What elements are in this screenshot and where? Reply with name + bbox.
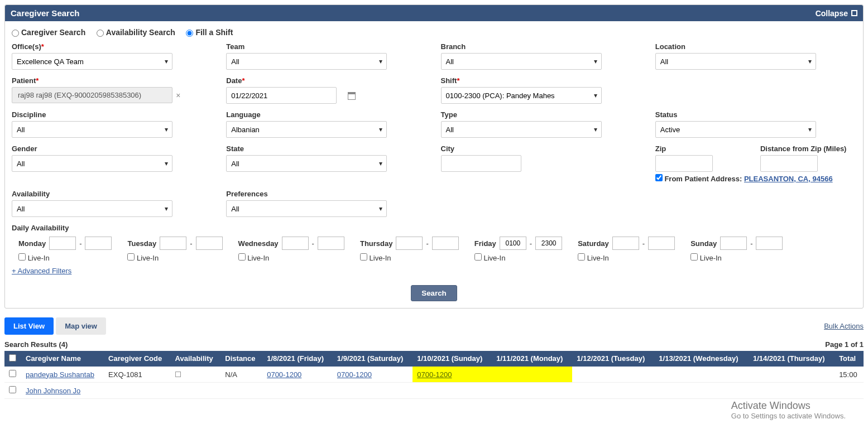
fri-from[interactable]: [500, 237, 526, 250]
patient-address-link[interactable]: PLEASANTON, CA, 94566: [744, 175, 833, 183]
day-friday: Friday - Live-In: [474, 237, 562, 262]
mon-from[interactable]: [49, 237, 76, 250]
thu-livein[interactable]: [360, 253, 367, 261]
wed-from[interactable]: [282, 237, 309, 250]
shift-select[interactable]: 0100-2300 (PCA): Pandey Mahes: [441, 87, 602, 104]
patient-label: Patient*: [12, 76, 213, 85]
select-all-checkbox[interactable]: [9, 354, 16, 361]
results-count: Search Results (4): [4, 340, 68, 349]
zip-input[interactable]: [655, 155, 713, 172]
caregiver-name-link[interactable]: John Johnson Jo: [26, 387, 80, 395]
thu-from[interactable]: [396, 237, 423, 250]
sun-to[interactable]: [756, 237, 783, 250]
results-header: Search Results (4) Page 1 of 1: [4, 340, 864, 349]
sat-livein[interactable]: [578, 253, 585, 261]
mon-to[interactable]: [85, 237, 112, 250]
thu-to[interactable]: [432, 237, 459, 250]
col-d2[interactable]: 1/9/2021 (Saturday): [333, 351, 413, 367]
col-d5[interactable]: 1/12/2021 (Tuesday): [572, 351, 654, 367]
map-view-button[interactable]: Map view: [56, 317, 106, 335]
mode-caregiver[interactable]: Caregiver Search: [12, 28, 85, 37]
branch-select[interactable]: All: [441, 53, 602, 70]
tue-from[interactable]: [160, 237, 186, 250]
offices-label: Office(s)*: [12, 42, 213, 51]
type-select[interactable]: All: [441, 121, 602, 138]
col-d3[interactable]: 1/10/2021 (Sunday): [413, 351, 492, 367]
sat-from[interactable]: [612, 237, 639, 250]
status-label: Status: [655, 110, 856, 119]
preferences-select[interactable]: All: [226, 200, 387, 217]
shift-link-highlight[interactable]: 0700-1200: [417, 370, 452, 379]
list-view-button[interactable]: List View: [4, 317, 54, 335]
patient-remove-icon[interactable]: ×: [176, 91, 180, 100]
patient-chip: raj98 raj98 (EXQ-9000205985385306): [12, 87, 172, 103]
col-total[interactable]: Total: [835, 351, 864, 367]
shift-link[interactable]: 0700-1200: [267, 370, 301, 379]
bulk-actions-link[interactable]: Bulk Actions: [824, 322, 864, 330]
col-d7[interactable]: 1/14/2021 (Thursday): [749, 351, 835, 367]
tue-livein[interactable]: [127, 253, 135, 261]
discipline-label: Discipline: [12, 110, 213, 119]
caregiver-name-link[interactable]: pandeyab Sushantab: [26, 370, 94, 379]
panel-title: Caregiver Search: [11, 8, 79, 18]
col-name[interactable]: Caregiver Name: [21, 351, 104, 367]
wed-to[interactable]: [318, 237, 344, 250]
panel-header: Caregiver Search Collapse: [5, 5, 863, 21]
cell-empty: [654, 367, 749, 383]
from-patient-checkbox[interactable]: [655, 174, 663, 181]
language-select[interactable]: Albanian: [226, 121, 387, 138]
fri-livein[interactable]: [474, 253, 482, 261]
zip-label: Zip: [655, 144, 751, 153]
availability-select[interactable]: All: [12, 200, 172, 217]
date-input[interactable]: [226, 87, 337, 104]
row-checkbox[interactable]: [9, 370, 16, 377]
shift-link[interactable]: 0700-1200: [337, 370, 372, 379]
location-select[interactable]: All: [655, 53, 816, 70]
sun-livein[interactable]: [690, 253, 698, 261]
shift-label: Shift*: [441, 76, 642, 85]
col-d4[interactable]: 1/11/2021 (Monday): [492, 351, 572, 367]
gender-select[interactable]: All: [12, 155, 172, 172]
calendar-icon[interactable]: [348, 92, 356, 100]
tue-to[interactable]: [196, 237, 223, 250]
type-label: Type: [441, 110, 642, 119]
col-d6[interactable]: 1/13/2021 (Wednesday): [654, 351, 749, 367]
discipline-select[interactable]: All: [12, 121, 172, 138]
day-thursday: Thursday - Live-In: [360, 237, 459, 262]
search-button[interactable]: Search: [411, 285, 457, 301]
distance-input[interactable]: [760, 155, 818, 172]
col-avail[interactable]: Availability: [171, 351, 221, 367]
mode-fill[interactable]: Fill a Shift: [186, 28, 233, 37]
advanced-filters-link[interactable]: + Advanced Filters: [12, 267, 71, 275]
status-select[interactable]: Active: [655, 121, 816, 138]
day-sunday: Sunday - Live-In: [690, 237, 783, 262]
sat-to[interactable]: [648, 237, 675, 250]
fri-to[interactable]: [535, 237, 562, 250]
gender-label: Gender: [12, 144, 213, 153]
city-input[interactable]: [441, 155, 521, 172]
distzip-label: Distance from Zip (Miles): [760, 144, 856, 153]
col-d1[interactable]: 1/8/2021 (Friday): [262, 351, 333, 367]
collapse-icon: [851, 10, 857, 16]
search-panel: Caregiver Search Collapse Caregiver Sear…: [4, 4, 864, 309]
mode-availability-radio[interactable]: [97, 30, 104, 37]
col-code[interactable]: Caregiver Code: [104, 351, 171, 367]
results-table: Caregiver Name Caregiver Code Availabili…: [4, 351, 864, 399]
daily-availability-label: Daily Availability: [12, 224, 856, 232]
mon-livein[interactable]: [18, 253, 26, 261]
mode-fill-radio[interactable]: [186, 30, 193, 37]
wed-livein[interactable]: [238, 253, 246, 261]
cell-dist: N/A: [220, 367, 262, 383]
date-label: Date*: [226, 76, 427, 85]
mode-caregiver-radio[interactable]: [12, 30, 19, 37]
sun-from[interactable]: [720, 237, 747, 250]
panel-body: Caregiver Search Availability Search Fil…: [5, 21, 863, 308]
offices-select[interactable]: Excellence QA Team: [12, 53, 172, 70]
team-select[interactable]: All: [226, 53, 387, 70]
col-dist[interactable]: Distance: [220, 351, 262, 367]
state-select[interactable]: All: [226, 155, 387, 172]
mode-availability[interactable]: Availability Search: [97, 28, 175, 37]
day-tuesday: Tuesday - Live-In: [127, 237, 222, 262]
row-checkbox[interactable]: [9, 386, 16, 393]
collapse-button[interactable]: Collapse: [816, 9, 857, 18]
